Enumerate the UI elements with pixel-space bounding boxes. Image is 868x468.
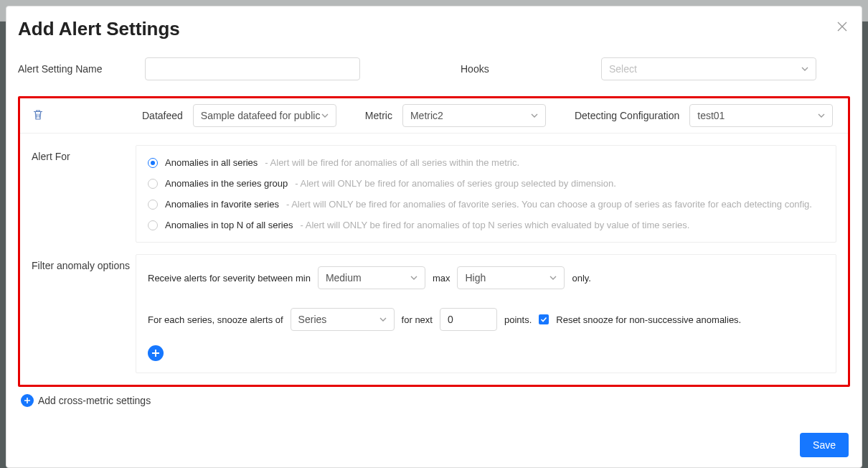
metric-alert-config-block: Datafeed Sample datafeed for public Metr… [18, 96, 850, 387]
plus-icon [21, 394, 34, 407]
radio-icon [148, 158, 158, 168]
radio-icon [148, 179, 158, 189]
chevron-down-icon [531, 112, 538, 119]
reset-snooze-label: Reset snooze for non-successive anomalie… [556, 314, 741, 325]
filter-options-label: Filter anomaly options [32, 254, 136, 271]
modal-title: Add Alert Settings [18, 18, 180, 40]
filter-options-body: Receive alerts for severity between min … [136, 254, 836, 373]
severity-min-select[interactable]: Medium [318, 266, 425, 289]
alert-for-option-favorite-series[interactable]: Anomalies in favorite series - Alert wil… [148, 199, 824, 210]
snooze-mid: for next [402, 314, 433, 325]
add-cross-metric-link[interactable]: Add cross-metric settings [21, 394, 850, 407]
alert-for-body: Anomalies in all series - Alert will be … [136, 145, 836, 243]
add-filter-button[interactable] [148, 345, 164, 361]
datafeed-select[interactable]: Sample datafeed for public [193, 104, 336, 127]
chevron-down-icon [410, 274, 418, 281]
chevron-down-icon [549, 274, 557, 281]
hooks-label: Hooks [461, 63, 504, 75]
alert-for-option-series-group[interactable]: Anomalies in the series group - Alert wi… [148, 178, 824, 189]
delete-config-button[interactable] [32, 108, 49, 123]
severity-prefix: Receive alerts for severity between min [148, 273, 311, 284]
severity-suffix: only. [572, 273, 591, 284]
add-alert-settings-modal: Add Alert Settings Alert Setting Name Ho… [6, 6, 862, 468]
alert-for-option-all-series[interactable]: Anomalies in all series - Alert will be … [148, 157, 824, 168]
hooks-select[interactable]: Select [601, 57, 816, 80]
snooze-suffix: points. [504, 314, 532, 325]
alert-for-option-top-n[interactable]: Anomalies in top N of all series - Alert… [148, 220, 824, 230]
chevron-down-icon [321, 112, 329, 119]
metric-select[interactable]: Metric2 [402, 104, 546, 127]
save-button[interactable]: Save [800, 433, 849, 457]
snooze-scope-select[interactable]: Series [291, 308, 395, 331]
datafeed-label: Datafeed [142, 110, 183, 121]
alert-name-label: Alert Setting Name [18, 63, 131, 75]
reset-snooze-checkbox[interactable] [539, 314, 549, 324]
chevron-down-icon [818, 112, 825, 119]
severity-mid: max [433, 273, 450, 284]
hooks-placeholder: Select [609, 63, 637, 75]
metric-label: Metric [365, 110, 392, 121]
detect-config-select[interactable]: test01 [689, 104, 833, 127]
add-cross-metric-label: Add cross-metric settings [38, 395, 151, 406]
snooze-prefix: For each series, snooze alerts of [148, 314, 283, 325]
alert-for-label: Alert For [32, 145, 136, 162]
radio-icon [148, 200, 158, 210]
severity-max-select[interactable]: High [457, 266, 565, 289]
radio-icon [148, 220, 158, 230]
alert-name-input[interactable] [145, 57, 360, 80]
close-icon[interactable] [834, 18, 850, 37]
chevron-down-icon [379, 316, 387, 323]
detect-config-label: Detecting Configuration [575, 110, 679, 121]
chevron-down-icon [801, 65, 808, 72]
snooze-points-input[interactable] [440, 308, 497, 331]
